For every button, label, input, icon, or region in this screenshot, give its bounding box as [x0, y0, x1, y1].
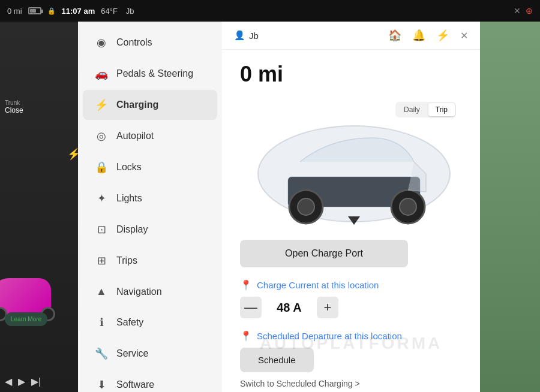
- left-panel: Trunk Close ⚡ Learn More ◀ ▶ ▶|: [0, 22, 78, 392]
- bell-icon[interactable]: 🔔: [412, 29, 425, 42]
- topbar-signal-icon[interactable]: ✕: [460, 30, 468, 41]
- lights-icon: ✦: [95, 192, 108, 205]
- media-controls: ◀ ▶ ▶|: [5, 376, 41, 387]
- status-time: 11:07 am: [62, 7, 95, 16]
- controls-label: Controls: [116, 37, 152, 48]
- pedals-icon: 🚗: [95, 67, 108, 80]
- service-icon: 🔧: [95, 347, 108, 360]
- user-chip: 👤 Jb: [234, 30, 259, 41]
- charging-area: 0 mi: [222, 50, 480, 392]
- charge-current-row: 📍 Charge Current at this location: [240, 279, 462, 291]
- status-temp: 64°F: [101, 7, 118, 16]
- tab-trip[interactable]: Trip: [428, 103, 455, 116]
- charging-icon: ⚡: [95, 98, 108, 111]
- increase-amperage-button[interactable]: +: [317, 297, 338, 318]
- sidebar-item-display[interactable]: ⊡ Display: [83, 215, 217, 245]
- battery-icon: [28, 7, 41, 14]
- trunk-info: Trunk Close: [5, 99, 23, 114]
- learn-more-button[interactable]: Learn More: [5, 312, 47, 326]
- main-content: 👤 Jb 🏠 🔔 ⚡ ✕ 0 mi: [222, 22, 480, 392]
- nav-sidebar: ◉ Controls 🚗 Pedals & Steering ⚡ Chargin…: [78, 22, 222, 392]
- controls-icon: ◉: [95, 36, 108, 49]
- svg-point-5: [400, 198, 416, 215]
- sidebar-item-pedals[interactable]: 🚗 Pedals & Steering: [83, 59, 217, 89]
- safety-icon: ℹ: [95, 316, 108, 329]
- main-layout: Trunk Close ⚡ Learn More ◀ ▶ ▶| ◉ Contro…: [0, 22, 540, 392]
- sidebar-item-controls[interactable]: ◉ Controls: [83, 28, 217, 58]
- content-topbar: 👤 Jb 🏠 🔔 ⚡ ✕: [222, 22, 480, 50]
- svg-point-3: [298, 198, 314, 215]
- charging-label: Charging: [116, 99, 158, 110]
- media-next-icon[interactable]: ▶|: [31, 376, 41, 387]
- sidebar-item-safety[interactable]: ℹ Safety: [83, 307, 217, 337]
- schedule-button[interactable]: Schedule: [240, 348, 314, 372]
- trips-label: Trips: [116, 255, 137, 266]
- wifi-icon: ⊕: [526, 6, 533, 16]
- car-3d-container: Daily Trip: [240, 96, 468, 228]
- right-outside-view: [480, 22, 540, 392]
- trunk-value: Close: [5, 106, 23, 114]
- user-name-display: Jb: [249, 31, 259, 41]
- service-label: Service: [116, 348, 148, 359]
- status-bar: 0 mi 🔒 11:07 am 64°F Jb ✕ ⊕: [0, 0, 540, 22]
- charge-current-label: Charge Current at this location: [257, 280, 379, 290]
- software-label: Software: [116, 379, 154, 390]
- user-profile-icon: 👤: [234, 30, 245, 41]
- navigation-icon: ▲: [95, 285, 108, 298]
- scheduled-departure-row: 📍 Scheduled Departure at this location: [240, 330, 462, 342]
- locks-icon: 🔒: [95, 161, 108, 174]
- tab-daily[interactable]: Daily: [397, 103, 427, 116]
- charging-odometer: 0 mi: [240, 62, 462, 87]
- switch-to-scheduled-link[interactable]: Switch to Scheduled Charging >: [240, 379, 360, 388]
- home-icon[interactable]: 🏠: [388, 29, 401, 42]
- display-label: Display: [116, 224, 148, 235]
- window-frame: [480, 22, 540, 392]
- media-prev-icon[interactable]: ◀: [5, 376, 12, 387]
- trips-icon: ⊞: [95, 254, 108, 267]
- signal-icon: ✕: [514, 6, 521, 16]
- locks-label: Locks: [116, 162, 142, 173]
- status-odometer: 0 mi: [7, 7, 22, 16]
- charging-bolt-icon: ⚡: [67, 147, 78, 161]
- sidebar-item-autopilot[interactable]: ◎ Autopilot: [83, 121, 217, 151]
- scheduled-location-pin-icon: 📍: [240, 330, 252, 342]
- charge-indicator: [348, 216, 360, 225]
- lights-label: Lights: [116, 193, 142, 204]
- pedals-label: Pedals & Steering: [116, 68, 193, 79]
- sidebar-item-lights[interactable]: ✦ Lights: [83, 183, 217, 213]
- amperage-control: — 48 A +: [240, 297, 462, 318]
- trip-tabs: Daily Trip: [395, 102, 456, 117]
- trunk-label: Trunk: [5, 99, 23, 106]
- scheduled-departure-label: Scheduled Departure at this location: [257, 331, 402, 341]
- sidebar-item-locks[interactable]: 🔒 Locks: [83, 152, 217, 182]
- autopilot-label: Autopilot: [116, 131, 154, 141]
- decrease-amperage-button[interactable]: —: [240, 297, 262, 318]
- display-icon: ⊡: [95, 223, 108, 236]
- sidebar-item-charging[interactable]: ⚡ Charging: [83, 90, 217, 120]
- amperage-value: 48 A: [271, 301, 307, 315]
- bluetooth-icon[interactable]: ⚡: [436, 29, 449, 42]
- topbar-icons: 🏠 🔔 ⚡ ✕: [388, 29, 468, 42]
- sidebar-item-service[interactable]: 🔧 Service: [83, 339, 217, 369]
- sidebar-item-software[interactable]: ⬇ Software: [83, 370, 217, 392]
- sidebar-item-navigation[interactable]: ▲ Navigation: [83, 277, 217, 306]
- autopilot-icon: ◎: [95, 129, 108, 143]
- safety-label: Safety: [116, 317, 143, 328]
- media-play-icon[interactable]: ▶: [18, 376, 25, 387]
- open-charge-port-button[interactable]: Open Charge Port: [240, 240, 408, 267]
- location-pin-icon: 📍: [240, 279, 252, 291]
- lock-icon: 🔒: [47, 7, 56, 15]
- navigation-label: Navigation: [116, 287, 162, 297]
- sidebar-item-trips[interactable]: ⊞ Trips: [83, 246, 217, 276]
- status-user: Jb: [126, 7, 134, 16]
- software-icon: ⬇: [95, 378, 108, 391]
